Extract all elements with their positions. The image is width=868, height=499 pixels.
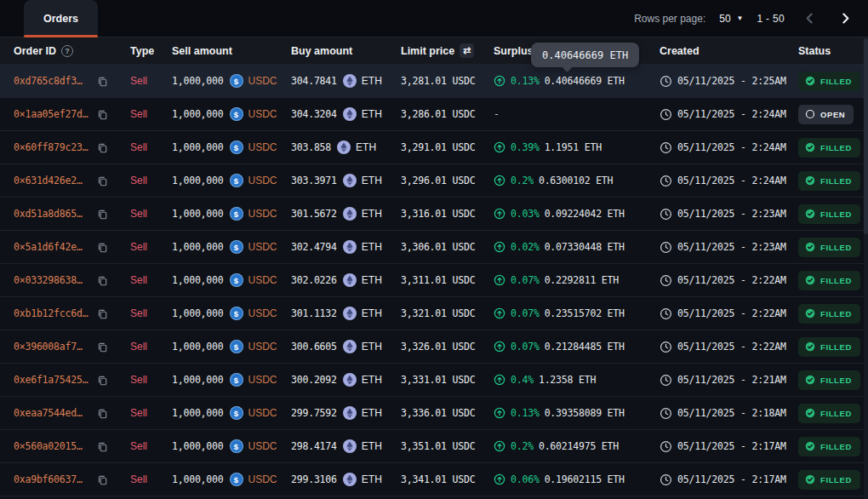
limit-price: 3,341.01 USDC — [401, 473, 494, 485]
usdc-icon: $ — [230, 74, 243, 88]
created-timestamp: 05/11/2025 - 2:23AM — [677, 208, 786, 220]
table-row[interactable]: 0×5a1d6f42e…Sell1,000,000$USDC302.4794ET… — [0, 231, 868, 264]
copy-button[interactable] — [97, 76, 108, 87]
table-row[interactable]: 0xd765c8df3…Sell1,000,000$USDC304.7841ET… — [0, 65, 868, 98]
column-header-sell-amount: Sell amount — [172, 45, 291, 57]
limit-price: 3,306.01 USDC — [401, 241, 494, 253]
order-type: Sell — [130, 407, 172, 419]
surplus-tooltip-text: 0.40646669 ETH — [542, 49, 628, 61]
surplus-cell: - — [494, 108, 660, 120]
order-id-link[interactable]: 0xd51a8d865… — [14, 208, 92, 220]
buy-token-label: ETH — [362, 341, 382, 353]
column-header-type: Type — [130, 45, 172, 57]
buy-token-label: ETH — [356, 141, 376, 153]
check-circle-icon — [805, 142, 815, 152]
copy-button[interactable] — [97, 209, 108, 220]
created-timestamp: 05/11/2025 - 2:24AM — [677, 108, 786, 120]
table-row[interactable]: 0xe6f1a75425…Sell1,000,000$USDC300.2092E… — [0, 364, 868, 397]
copy-button[interactable] — [97, 408, 108, 419]
limit-price: 3,336.01 USDC — [401, 407, 494, 419]
eth-glyph — [345, 209, 354, 219]
order-id-link[interactable]: 0×5a1d6f42e… — [14, 241, 92, 253]
sell-token-label: USDC — [248, 141, 277, 153]
order-id-link[interactable]: 0xb1b12fcc6d… — [14, 307, 92, 319]
order-id-link[interactable]: 0×631d426e2… — [14, 175, 92, 186]
order-id-link[interactable]: 0×033298638… — [14, 274, 92, 286]
surplus-cell: 0.02%0.07330448 ETH — [494, 241, 660, 253]
table-row[interactable]: 0×60ff879c23…Sell1,000,000$USDC303.858ET… — [0, 131, 868, 164]
table-row[interactable]: 0xd51a8d865…Sell1,000,000$USDC301.5672ET… — [0, 198, 868, 231]
buy-amount: 302.0226 — [291, 274, 337, 286]
copy-button[interactable] — [97, 109, 108, 120]
copy-button[interactable] — [97, 242, 108, 253]
order-type: Sell — [130, 274, 172, 286]
rows-per-page-value: 50 — [719, 13, 730, 25]
surplus-percent: 0.4% — [511, 374, 534, 386]
order-id-link[interactable]: 0×1aa05ef27d… — [14, 108, 92, 120]
clock-icon — [660, 241, 672, 254]
table-header: Order ID ? Type Sell amount Buy amount L… — [0, 37, 868, 65]
buy-token-label: ETH — [362, 208, 382, 220]
table-row[interactable]: 0xeaa7544ed…Sell1,000,000$USDC299.7592ET… — [0, 397, 868, 430]
scrollbar-thumb[interactable] — [864, 38, 868, 234]
copy-button[interactable] — [97, 341, 108, 353]
order-id-link[interactable]: 0xa9bf60637… — [14, 473, 92, 485]
copy-button[interactable] — [97, 474, 108, 485]
column-header-label: Limit price — [401, 45, 454, 57]
table-row[interactable]: 0xb1b12fcc6d…Sell1,000,000$USDC301.1132E… — [0, 297, 868, 330]
surplus-percent: 0.02% — [511, 241, 540, 253]
order-id-link[interactable]: 0×396008af7… — [14, 341, 92, 353]
copy-icon — [97, 408, 108, 419]
limit-price: 3,316.01 USDC — [401, 208, 494, 220]
tab-orders-label: Orders — [43, 13, 78, 25]
usdc-icon: $ — [230, 174, 243, 187]
eth-icon — [343, 174, 357, 187]
help-icon[interactable]: ? — [61, 45, 73, 57]
order-id-link[interactable]: 0×60ff879c23… — [14, 141, 92, 153]
open-circle-icon — [805, 109, 815, 119]
table-row[interactable]: 0xa9bf60637…Sell1,000,000$USDC299.3106ET… — [0, 463, 868, 496]
order-id-link[interactable]: 0xd765c8df3… — [14, 75, 92, 87]
order-type: Sell — [130, 473, 172, 485]
rows-per-page-select[interactable]: 50 ▼ — [719, 13, 743, 25]
table-row[interactable]: 0×033298638…Sell1,000,000$USDC302.0226ET… — [0, 264, 868, 297]
tab-orders[interactable]: Orders — [24, 0, 98, 37]
next-page-button[interactable] — [834, 8, 856, 30]
table-row[interactable]: 0×560a02015…Sell1,000,000$USDC298.4174ET… — [0, 430, 868, 463]
surplus-percent: 0.03% — [511, 208, 540, 220]
copy-button[interactable] — [97, 175, 108, 186]
status-label: FILLED — [820, 475, 852, 485]
order-id-link[interactable]: 0xe6f1a75425… — [14, 374, 92, 386]
prev-page-button[interactable] — [798, 8, 820, 30]
table-row[interactable]: 0×396008af7…Sell1,000,000$USDC300.6605ET… — [0, 330, 868, 364]
copy-icon — [97, 375, 108, 386]
sell-token-label: USDC — [248, 241, 277, 253]
surplus-amount: 1.1951 ETH — [545, 141, 602, 153]
surplus-cell: 0.13%0.39358089 ETH — [494, 407, 660, 419]
copy-button[interactable] — [97, 308, 108, 319]
order-id-link[interactable]: 0xeaa7544ed… — [14, 407, 92, 419]
table-row[interactable]: 0×1aa05ef27d…Sell1,000,000$USDC304.3204E… — [0, 98, 868, 131]
sell-amount: 1,000,000 — [172, 341, 224, 353]
invert-price-icon[interactable]: ⇄ — [460, 43, 474, 58]
copy-button[interactable] — [97, 275, 108, 286]
chevron-left-icon — [802, 11, 817, 26]
vertical-scrollbar[interactable] — [864, 38, 868, 499]
buy-amount: 304.3204 — [291, 108, 337, 120]
surplus-percent: 0.06% — [511, 473, 540, 485]
copy-button[interactable] — [97, 375, 108, 386]
table-row[interactable]: 0×631d426e2…Sell1,000,000$USDC303.3971ET… — [0, 164, 868, 198]
sell-token-label: USDC — [248, 307, 277, 319]
pagination-controls: Rows per page: 50 ▼ 1 - 50 — [634, 0, 856, 37]
buy-token-label: ETH — [362, 473, 382, 485]
created-timestamp: 05/11/2025 - 2:21AM — [677, 374, 786, 386]
surplus-amount: 0.39358089 ETH — [545, 407, 625, 419]
copy-button[interactable] — [97, 142, 108, 153]
copy-button[interactable] — [97, 441, 108, 452]
status-label: FILLED — [820, 276, 852, 285]
eth-glyph — [340, 142, 348, 152]
order-id-link[interactable]: 0×560a02015… — [14, 440, 92, 452]
column-header-buy-amount: Buy amount — [291, 45, 401, 57]
buy-token-label: ETH — [362, 440, 382, 452]
surplus-up-icon — [494, 407, 505, 419]
